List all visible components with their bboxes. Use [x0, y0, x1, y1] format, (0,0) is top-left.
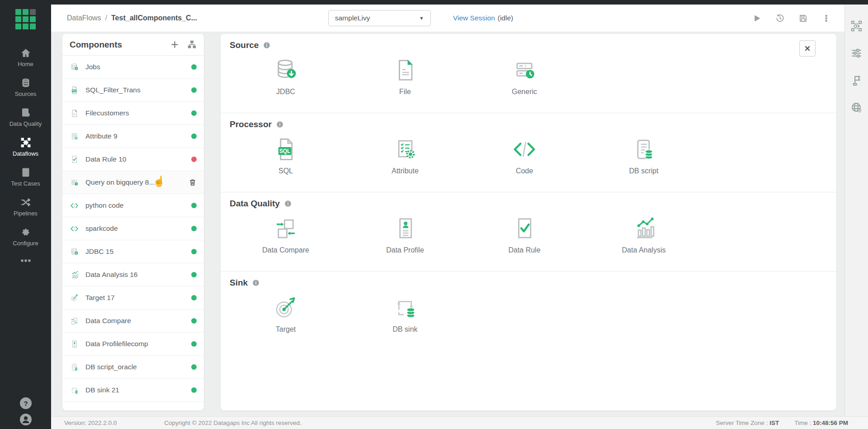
palette-section-processor: Processor SQL Attribute Code — [221, 113, 836, 192]
file-icon — [70, 109, 79, 118]
sidebar-item-sources[interactable]: Sources — [0, 72, 51, 102]
data-rule-icon — [70, 155, 79, 164]
status-dot — [191, 226, 197, 231]
livy-session-select[interactable]: sampleLivy ▼ — [328, 10, 431, 26]
component-item[interactable]: python code — [62, 194, 204, 217]
close-palette-button[interactable] — [799, 40, 816, 57]
help-button[interactable]: ? — [20, 397, 32, 409]
sidebar-item-data-quality[interactable]: Data Quality — [0, 102, 51, 132]
status-dot — [191, 341, 197, 347]
palette-item-label: JDBC — [276, 88, 295, 96]
component-item[interactable]: Attribute 9 — [62, 125, 204, 148]
dataflow-gear-icon[interactable] — [850, 20, 863, 32]
palette-item-file[interactable]: File — [345, 57, 465, 96]
toolbar-actions — [752, 5, 831, 32]
sidebar-item-dataflows[interactable]: Dataflows — [0, 132, 51, 162]
user-icon — [20, 414, 32, 425]
save-icon[interactable] — [798, 14, 808, 23]
info-icon[interactable] — [284, 200, 292, 208]
component-item[interactable]: SQL_Filter_Trans — [62, 79, 204, 102]
status-dot — [191, 272, 197, 277]
selected-session-value: sampleLivy — [335, 14, 370, 22]
status-dot — [191, 203, 197, 208]
component-item[interactable]: Filecustomers — [62, 102, 204, 125]
info-icon[interactable] — [276, 120, 284, 129]
data-profile-icon — [70, 339, 79, 349]
add-plus-icon[interactable] — [170, 39, 180, 50]
component-item-label: DB sink 21 — [85, 386, 119, 394]
kebab-menu-icon[interactable] — [821, 14, 831, 23]
sidebar-item-home[interactable]: Home — [0, 43, 51, 72]
sidebar-item-pipelines[interactable]: Pipelines — [0, 192, 51, 222]
sidebar-item-label: Sources — [15, 91, 37, 97]
palette-item-data-analysis[interactable]: Data Analysis — [584, 215, 703, 254]
info-icon[interactable] — [252, 279, 260, 287]
info-icon[interactable] — [263, 41, 271, 49]
component-item[interactable]: Data Compare — [62, 310, 204, 333]
palette-item-sql[interactable]: SQL — [226, 136, 345, 175]
history-icon[interactable] — [775, 14, 785, 23]
trash-icon[interactable] — [189, 178, 197, 187]
component-item[interactable]: Data Profilefilecomp — [62, 333, 204, 356]
clipboard-check-icon — [20, 167, 31, 178]
user-avatar[interactable] — [20, 414, 32, 425]
component-item[interactable]: Data Analysis 16 — [62, 263, 204, 286]
components-panel: Components Jobs SQL_Filter_Trans Filecus… — [62, 34, 204, 410]
server-time: Time : 10:48:56 PM — [794, 419, 848, 426]
shuffle-icon — [20, 197, 31, 208]
component-item[interactable]: Target 17 — [62, 286, 204, 310]
component-item-label: Data Compare — [85, 317, 131, 325]
sliders-icon[interactable] — [850, 47, 863, 59]
datagaps-logo-icon[interactable] — [15, 9, 36, 30]
palette-item-data-compare[interactable]: Data Compare — [226, 215, 345, 254]
view-session-link[interactable]: View Session — [453, 14, 495, 22]
status-dot — [191, 87, 197, 93]
palette-item-code[interactable]: Code — [465, 136, 584, 175]
status-dot — [191, 157, 197, 162]
jdbc-icon — [70, 247, 79, 257]
palette-item-data-rule[interactable]: Data Rule — [465, 215, 584, 254]
palette-item-generic[interactable]: Generic — [465, 57, 584, 96]
palette-item-label: DB script — [629, 167, 659, 175]
palette-item-label: DB sink — [392, 325, 417, 334]
sidebar-more-button[interactable] — [0, 252, 51, 270]
top-bar: DataFlows / Test_allComponents_C... samp… — [51, 5, 868, 32]
palette-item-db-script[interactable]: DB script — [584, 136, 703, 175]
sidebar-item-label: Dataflows — [13, 150, 38, 157]
run-play-icon[interactable] — [752, 14, 762, 23]
section-title: Source — [230, 40, 259, 50]
gear-icon — [20, 227, 31, 238]
status-dot — [191, 295, 197, 300]
palette-item-jdbc[interactable]: JDBC — [226, 57, 345, 96]
component-item-label: Target 17 — [85, 294, 115, 302]
data-analysis-icon — [630, 215, 657, 242]
right-rail — [844, 5, 868, 417]
component-item[interactable]: Query on bigquery 8... — [62, 171, 204, 194]
sitemap-icon[interactable] — [187, 40, 197, 49]
component-item[interactable]: Jobs — [62, 56, 204, 79]
component-item[interactable]: DB script_oracle — [62, 356, 204, 379]
session-status: (idle) — [498, 14, 513, 22]
component-item[interactable]: JDBC 15 — [62, 240, 204, 263]
status-dot — [191, 64, 197, 70]
breadcrumb-dataflows-link[interactable]: DataFlows — [67, 14, 101, 22]
flag-icon[interactable] — [850, 74, 863, 86]
palette-item-attribute[interactable]: Attribute — [345, 136, 465, 175]
sql-icon — [70, 86, 79, 95]
palette-item-data-profile[interactable]: Data Profile — [345, 215, 465, 254]
globe-settings-icon[interactable] — [850, 101, 863, 114]
palette-item-label: Data Analysis — [622, 246, 666, 254]
sidebar-item-test-cases[interactable]: Test Cases — [0, 162, 51, 192]
chevron-down-icon: ▼ — [419, 15, 424, 21]
palette-item-target[interactable]: Target — [226, 294, 345, 334]
status-dot — [191, 364, 197, 370]
component-item-label: Data Rule 10 — [85, 155, 126, 163]
version-text: Version: 2022.2.0.0 — [64, 419, 117, 426]
status-dot — [191, 387, 197, 393]
palette-item-db-sink[interactable]: DB sink — [345, 294, 465, 334]
svg-text:?: ? — [24, 400, 28, 407]
component-item[interactable]: DB sink 21 — [62, 379, 204, 402]
component-item[interactable]: sparkcode — [62, 217, 204, 240]
sidebar-item-configure[interactable]: Configure — [0, 222, 51, 252]
component-item[interactable]: Data Rule 10 — [62, 148, 204, 171]
